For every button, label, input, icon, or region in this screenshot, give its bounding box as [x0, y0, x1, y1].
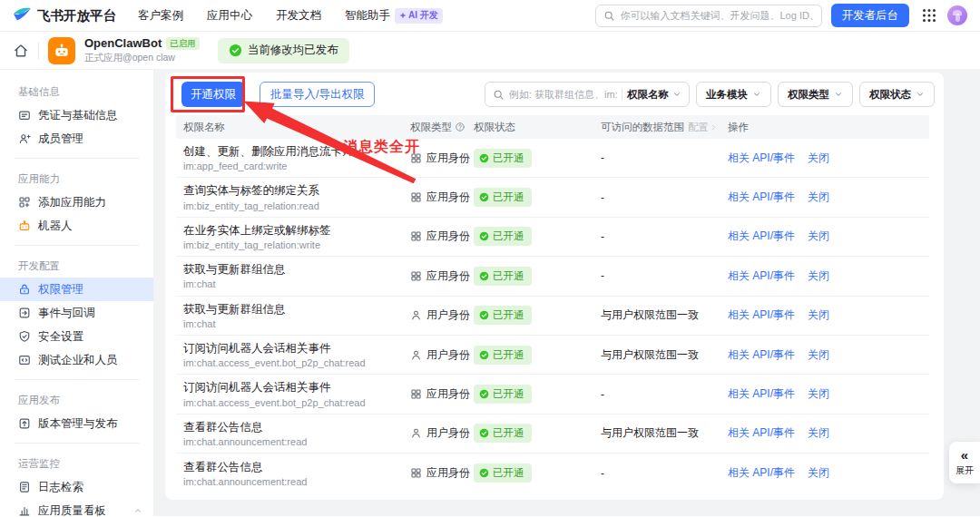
brand[interactable]: 飞书开放平台: [13, 6, 116, 25]
check-circle-icon: [479, 271, 489, 281]
top-nav-item[interactable]: 智能助手AI 开发: [345, 8, 443, 24]
user-identity-icon: [410, 349, 422, 361]
close-permission-link[interactable]: 关闭: [808, 268, 829, 284]
check-circle-icon: [479, 350, 489, 360]
publish-status-pill: 当前修改均已发布: [218, 38, 349, 63]
app-enabled-badge: 已启用: [166, 37, 200, 49]
top-nav-item[interactable]: 客户案例: [138, 8, 183, 24]
member-icon: [18, 132, 31, 145]
robot-icon: [18, 219, 31, 232]
permission-name: 查询实体与标签的绑定关系: [183, 183, 410, 198]
sidebar-item-label: 安全设置: [38, 329, 83, 345]
status-badge: 已开通: [474, 385, 532, 404]
chevron-up-icon[interactable]: [133, 506, 142, 515]
sidebar-section-title: 基础信息: [0, 79, 153, 103]
chevron-down-icon: [916, 90, 925, 99]
row-actions: 相关 API/事件关闭: [728, 268, 922, 284]
close-permission-link[interactable]: 关闭: [808, 229, 829, 244]
top-nav-item[interactable]: 开发文档: [276, 8, 321, 24]
filter-dropdown[interactable]: 业务模块: [696, 82, 771, 107]
permission-type: 应用身份: [410, 465, 474, 481]
close-permission-link[interactable]: 关闭: [808, 347, 829, 363]
sidebar-item[interactable]: 安全设置: [0, 325, 153, 348]
related-api-link[interactable]: 相关 API/事件: [728, 425, 795, 441]
permission-name: 获取与更新群组信息: [183, 302, 410, 317]
row-actions: 相关 API/事件关闭: [728, 347, 922, 363]
search-field-select[interactable]: 权限名称: [627, 88, 681, 102]
sidebar-item[interactable]: 机器人: [0, 214, 153, 238]
sidebar-item[interactable]: 成员管理: [0, 127, 153, 151]
close-permission-link[interactable]: 关闭: [808, 386, 829, 402]
permission-type: 用户身份: [410, 307, 474, 323]
batch-import-export-button[interactable]: 批量导入/导出权限: [260, 82, 375, 107]
row-actions: 相关 API/事件关闭: [728, 307, 922, 323]
sidebar-item[interactable]: 事件与回调: [0, 301, 153, 325]
permission-search-input[interactable]: [509, 89, 617, 100]
check-circle-icon: [479, 310, 489, 320]
data-scope: -: [601, 467, 728, 480]
close-permission-link[interactable]: 关闭: [808, 425, 829, 441]
col-actions: 操作: [728, 121, 922, 134]
search-icon: [603, 10, 615, 22]
related-api-link[interactable]: 相关 API/事件: [728, 347, 795, 363]
close-permission-link[interactable]: 关闭: [808, 307, 829, 323]
avatar[interactable]: [947, 5, 967, 25]
related-api-link[interactable]: 相关 API/事件: [728, 307, 795, 323]
help-icon[interactable]: [455, 122, 466, 132]
app-avatar[interactable]: [48, 37, 75, 64]
sidebar-item[interactable]: 权限管理: [0, 278, 153, 301]
filter-dropdown[interactable]: 权限类型: [778, 82, 853, 107]
status-badge: 已开通: [474, 346, 532, 365]
developer-console-button[interactable]: 开发者后台: [831, 4, 910, 27]
global-search[interactable]: [595, 5, 822, 27]
home-icon[interactable]: [13, 43, 29, 59]
sidebar-item[interactable]: 添加应用能力: [0, 190, 153, 214]
close-permission-link[interactable]: 关闭: [808, 465, 829, 481]
close-permission-link[interactable]: 关闭: [808, 190, 829, 205]
top-nav-item[interactable]: 应用中心: [207, 8, 252, 24]
sidebar-item[interactable]: 应用质量看板: [0, 499, 153, 516]
sidebar-item-label: 机器人: [38, 219, 73, 234]
related-api-link[interactable]: 相关 API/事件: [728, 386, 795, 402]
permission-type: 用户身份: [410, 425, 474, 441]
scope-config-link[interactable]: 配置: [688, 121, 718, 134]
close-permission-link[interactable]: 关闭: [808, 151, 829, 166]
expand-panel-button[interactable]: « 展开: [949, 442, 980, 483]
divider: [15, 443, 139, 444]
table-row: 获取与更新群组信息im:chat用户身份已开通与用户权限范围一致相关 API/事…: [176, 297, 929, 336]
permission-name: 查看群公告信息: [183, 460, 410, 474]
permission-search[interactable]: 权限名称: [485, 82, 690, 107]
feishu-logo-icon: [13, 6, 32, 25]
credential-icon: [18, 109, 31, 122]
row-actions: 相关 API/事件关闭: [728, 151, 922, 166]
related-api-link[interactable]: 相关 API/事件: [728, 190, 795, 205]
app-identity-icon: [410, 152, 422, 164]
related-api-link[interactable]: 相关 API/事件: [728, 268, 795, 284]
sidebar-item[interactable]: 测试企业和人员: [0, 348, 153, 372]
table-row: 创建、更新、删除应用消息流卡片im:app_feed_card:write应用身…: [176, 139, 929, 178]
permission-name: 获取与更新群组信息: [183, 262, 410, 277]
apps-grid-icon[interactable]: [922, 8, 936, 23]
related-api-link[interactable]: 相关 API/事件: [728, 465, 795, 481]
permission-type: 用户身份: [410, 347, 474, 363]
permission-name: 在业务实体上绑定或解绑标签: [183, 223, 410, 238]
permission-name: 创建、更新、删除应用消息流卡片: [183, 144, 410, 159]
status-badge: 已开通: [474, 463, 532, 483]
global-search-input[interactable]: [621, 10, 814, 21]
row-actions: 相关 API/事件关闭: [728, 425, 922, 441]
brand-name: 飞书开放平台: [37, 7, 116, 24]
sidebar-item[interactable]: 版本管理与发布: [0, 412, 153, 435]
filter-dropdown[interactable]: 权限状态: [859, 82, 935, 107]
sidebar-item[interactable]: 凭证与基础信息: [0, 103, 153, 127]
related-api-link[interactable]: 相关 API/事件: [728, 151, 795, 166]
divider: [15, 245, 139, 246]
check-circle-icon: [479, 389, 489, 399]
expand-label: 展开: [956, 464, 974, 477]
status-badge: 已开通: [474, 149, 532, 168]
open-permission-button[interactable]: 开通权限: [181, 82, 245, 107]
permission-type: 应用身份: [410, 151, 474, 166]
sidebar-item[interactable]: 日志检索: [0, 475, 153, 499]
data-scope: 与用户权限范围一致: [601, 307, 728, 323]
related-api-link[interactable]: 相关 API/事件: [728, 229, 795, 244]
sidebar-section-title: 运营监控: [0, 451, 153, 475]
